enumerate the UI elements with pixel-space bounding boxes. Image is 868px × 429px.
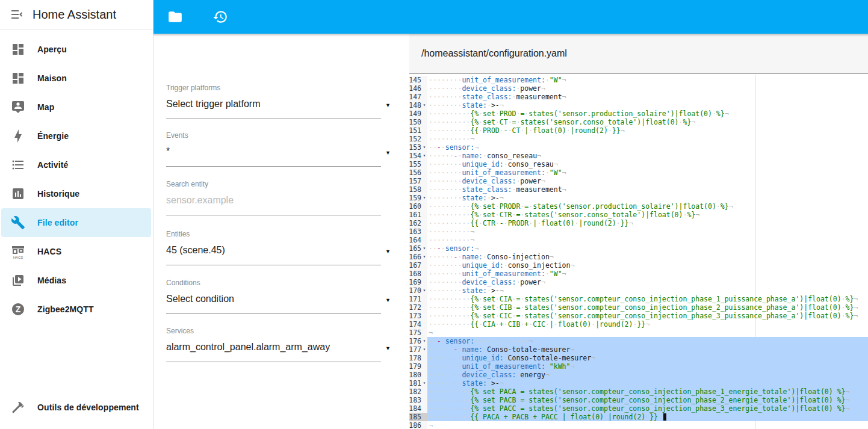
code-text[interactable]: ··········¬ (427, 135, 868, 143)
code-text[interactable]: ··········¬ (427, 227, 868, 236)
sidebar-item-dev-tools[interactable]: Outils de développement (1, 393, 151, 422)
sidebar-item-maison[interactable]: Maison (1, 64, 151, 93)
trigger-platforms-select[interactable]: Select trigger platform (166, 98, 381, 110)
sidebar-item-activite[interactable]: Activité (1, 150, 151, 179)
code-text[interactable]: ········device_class:·power¬ (427, 278, 868, 286)
code-line-152[interactable]: 152··········¬ (409, 135, 868, 143)
fold-arrow-icon[interactable]: ▾ (421, 345, 427, 354)
code-line-162[interactable]: 162··········{{·CTR·-·PRODR·|·float(0)·|… (409, 219, 868, 227)
fold-arrow-icon[interactable]: ▾ (421, 152, 427, 160)
code-line-185[interactable]: 185··········{{·PACA·+·PACB·+·PACC·|·flo… (409, 413, 868, 421)
fold-arrow-icon[interactable]: ▾ (421, 143, 427, 152)
code-text[interactable]: ········state_class:·measurement¬ (427, 93, 868, 101)
code-line-175[interactable]: 175¬ (409, 329, 868, 337)
fold-arrow-icon[interactable]: ▾ (421, 101, 427, 110)
entities-select[interactable]: 45 (scene.45) (166, 244, 381, 256)
code-line-150[interactable]: 150··········{%·set·CT·=·states('sensor.… (409, 118, 868, 126)
code-text[interactable]: ··········{%·set·PACB·=·states('sensor.c… (427, 396, 868, 404)
code-text[interactable]: ··········{{·CIA·+·CIB·+·CIC·|·float(0)·… (427, 320, 868, 329)
code-text[interactable]: ········unique_id:·Conso-totale-mesurer¬ (427, 354, 868, 362)
code-text[interactable]: ¬ (427, 329, 868, 337)
menu-toggle-icon[interactable] (10, 7, 24, 22)
code-text[interactable]: ········unique_id:·conso_injection¬ (427, 261, 868, 270)
code-text[interactable]: ··········{%·set·PRODR·=·states('sensor.… (427, 202, 868, 211)
code-text[interactable]: ··········{{·PACA·+·PACB·+·PACC·|·float(… (427, 413, 868, 421)
code-line-167[interactable]: 167········unique_id:·conso_injection¬ (409, 261, 868, 270)
code-text[interactable]: ········device_class:·energy¬ (427, 371, 868, 379)
code-text[interactable]: ··-·sensor:¬ (427, 244, 868, 253)
fold-arrow-icon[interactable]: ▾ (421, 253, 427, 261)
fold-arrow-icon[interactable]: ▾ (421, 286, 427, 295)
code-line-157[interactable]: 157········device_class:·power¬ (409, 177, 868, 185)
code-line-183[interactable]: 183··········{%·set·PACB·=·states('senso… (409, 396, 868, 404)
sidebar-item-zigbee2mqtt[interactable]: ZZigbee2MQTT (1, 295, 151, 324)
code-line-178[interactable]: 178········unique_id:·Conso-totale-mesur… (409, 354, 868, 362)
code-text[interactable]: ··········{%·set·CIC·=·states('sensor.co… (427, 312, 868, 320)
events-select[interactable]: * (166, 146, 381, 157)
code-text[interactable]: ··········¬ (427, 236, 868, 244)
code-text[interactable]: ········device_class:·power¬ (427, 177, 868, 185)
code-line-155[interactable]: 155········unique_id:·conso_resau¬ (409, 160, 868, 168)
code-line-166[interactable]: 166▾······-·name:·Conso-injection¬ (409, 253, 868, 261)
code-text[interactable]: ········state:·>-¬ (427, 101, 868, 110)
code-text[interactable]: ··········{%·set·CIB·=·states('sensor.co… (427, 303, 868, 312)
code-line-154[interactable]: 154▾······-·name:·conso_reseau¬ (409, 152, 868, 160)
code-text[interactable]: ········unique_id:·conso_resau¬ (427, 160, 868, 168)
dropdown-arrow-icon[interactable]: ▼ (385, 248, 391, 255)
code-text[interactable]: ··········{%·set·PACA·=·states('sensor.c… (427, 387, 868, 396)
code-line-168[interactable]: 168········unit_of_measurement:·"W"¬ (409, 270, 868, 278)
sidebar-item-hacs[interactable]: HACSHACS (1, 237, 151, 266)
code-text[interactable]: ··········{{·PROD·-·CT·|·float(0)·|round… (427, 126, 868, 135)
code-line-165[interactable]: 165▾··-·sensor:¬ (409, 244, 868, 253)
sidebar-item-apercu[interactable]: Aperçu (1, 35, 151, 64)
dropdown-arrow-icon[interactable]: ▼ (385, 150, 391, 156)
conditions-select[interactable]: Select condition (166, 293, 381, 304)
code-line-156[interactable]: 156········unit_of_measurement:·"W"¬ (409, 168, 868, 177)
code-text[interactable]: ········unit_of_measurement:·"W"¬ (427, 76, 868, 84)
sidebar-item-map[interactable]: Map (1, 93, 151, 122)
fold-arrow-icon[interactable]: ▾ (421, 194, 427, 202)
code-text[interactable]: ········unit_of_measurement:·"W"¬ (427, 168, 868, 177)
code-line-171[interactable]: 171··········{%·set·CIA·=·states('sensor… (409, 295, 868, 303)
code-line-169[interactable]: 169········device_class:·power¬ (409, 278, 868, 286)
code-line-164[interactable]: 164··········¬ (409, 236, 868, 244)
code-line-146[interactable]: 146········device_class:·power¬ (409, 84, 868, 93)
code-text[interactable]: ··········{{·CTR·-·PRODR·|·float(0)·|rou… (427, 219, 868, 227)
code-line-170[interactable]: 170▾········state:·>-¬ (409, 286, 868, 295)
fold-arrow-icon[interactable]: ▾ (421, 244, 427, 253)
code-line-160[interactable]: 160··········{%·set·PRODR·=·states('sens… (409, 202, 868, 211)
code-line-174[interactable]: 174··········{{·CIA·+·CIB·+·CIC·|·float(… (409, 320, 868, 329)
code-text[interactable]: ··········{%·set·CTR·=·states('sensor.co… (427, 211, 868, 219)
code-line-184[interactable]: 184··········{%·set·PACC·=·states('senso… (409, 404, 868, 413)
code-line-147[interactable]: 147········state_class:·measurement¬ (409, 93, 868, 101)
code-line-161[interactable]: 161··········{%·set·CTR·=·states('sensor… (409, 211, 868, 219)
code-line-181[interactable]: 181▾········state:·>-¬ (409, 379, 868, 387)
code-line-173[interactable]: 173··········{%·set·CIC·=·states('sensor… (409, 312, 868, 320)
code-line-153[interactable]: 153▾··-·sensor:¬ (409, 143, 868, 152)
sidebar-item-medias[interactable]: Médias (1, 266, 151, 295)
code-text[interactable]: ··········{%·set·PROD·=·states('sensor.p… (427, 110, 868, 118)
services-select[interactable]: alarm_control_panel.alarm_arm_away (166, 341, 381, 353)
dropdown-arrow-icon[interactable]: ▼ (385, 345, 391, 351)
code-editor[interactable]: 145········unit_of_measurement:·"W"¬146·… (409, 75, 868, 429)
code-text[interactable]: ········state:·>-¬ (427, 286, 868, 295)
code-text[interactable]: ··-·sensor:·············¬ (427, 337, 868, 345)
code-text[interactable]: ········state:·>-¬ (427, 379, 868, 387)
fold-arrow-icon[interactable]: ▾ (421, 379, 427, 387)
code-text[interactable]: ········state:·>-¬ (427, 194, 868, 202)
code-text[interactable]: ········unit_of_measurement:·"W"¬ (427, 270, 868, 278)
code-line-149[interactable]: 149··········{%·set·PROD·=·states('senso… (409, 110, 868, 118)
code-text[interactable]: ··········{%·set·CIA·=·states('sensor.co… (427, 295, 868, 303)
code-line-151[interactable]: 151··········{{·PROD·-·CT·|·float(0)·|ro… (409, 126, 868, 135)
sidebar-item-file-editor[interactable]: File editor (1, 208, 151, 237)
code-line-159[interactable]: 159▾········state:·>-¬ (409, 194, 868, 202)
sidebar-item-energie[interactable]: Énergie (1, 122, 151, 150)
folder-icon[interactable] (167, 9, 183, 25)
code-text[interactable]: ··········{%·set·CT·=·states('sensor.con… (427, 118, 868, 126)
code-line-163[interactable]: 163··········¬ (409, 227, 868, 236)
code-text[interactable]: ········device_class:·power¬ (427, 84, 868, 93)
code-line-172[interactable]: 172··········{%·set·CIB·=·states('sensor… (409, 303, 868, 312)
code-line-179[interactable]: 179········unit_of_measurement:·"kWh"¬ (409, 362, 868, 371)
code-line-186[interactable]: 186¬ (409, 421, 868, 429)
sidebar-item-historique[interactable]: Historique (1, 179, 151, 208)
